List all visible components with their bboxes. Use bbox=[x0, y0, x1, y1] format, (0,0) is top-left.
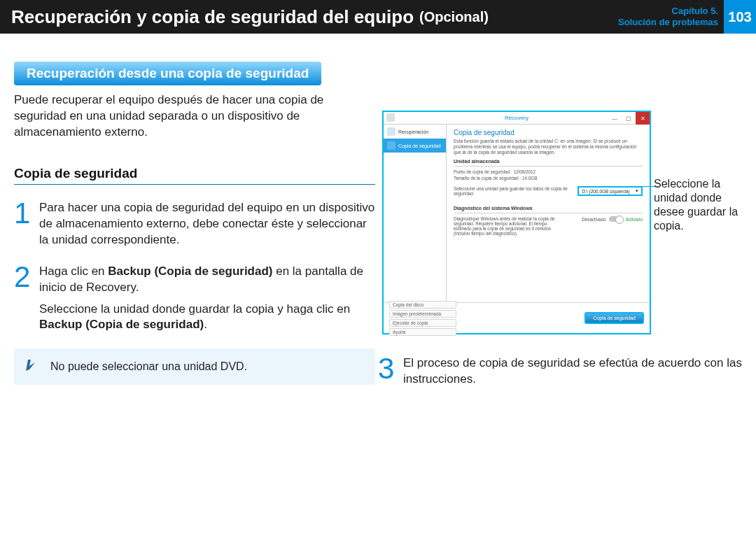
default-image-button[interactable]: Imagen predeterminada bbox=[389, 310, 456, 318]
step-number: 2 bbox=[14, 264, 39, 334]
page-header: Recuperación y copia de seguridad del eq… bbox=[0, 0, 756, 34]
app-body: Recuperación Copia de seguridad Copia de… bbox=[384, 125, 650, 304]
step-2-p2-bold: Backup (Copia de seguridad) bbox=[39, 318, 204, 331]
app-favicon bbox=[386, 113, 395, 122]
minimize-button[interactable]: — bbox=[608, 112, 622, 125]
intro-paragraph: Puede recuperar el equipo después de hac… bbox=[14, 92, 375, 141]
recovery-app-window: Recovery — ▢ ✕ Recuperación bbox=[382, 111, 651, 334]
left-column: Recuperación desde una copia de segurida… bbox=[11, 62, 375, 403]
step-1: 1 Para hacer una copia de seguridad del … bbox=[14, 200, 375, 248]
toggle-on-label: Activado bbox=[626, 217, 643, 222]
backup-size-line: Tamaño de la copia de seguridad : 14.0GB bbox=[454, 176, 643, 181]
diagnostic-section-title: Diagnóstico del sistema Windows bbox=[454, 206, 643, 211]
step-2-p2a: Seleccione la unidad donde guardar la co… bbox=[39, 302, 350, 316]
chapter-box: Capítulo 5. Solución de problemas bbox=[618, 6, 724, 27]
app-footer: Copia del disco Imagen predeterminada Ej… bbox=[384, 302, 650, 333]
sidebar-item-label: Copia de seguridad bbox=[398, 143, 441, 148]
note-box: No puede seleccionar una unidad DVD. bbox=[14, 348, 375, 385]
maximize-button[interactable]: ▢ bbox=[622, 112, 636, 125]
drive-select-row: Seleccione una unidad para guardar los d… bbox=[454, 185, 643, 197]
close-button[interactable]: ✕ bbox=[636, 112, 650, 125]
subsection-heading: Copia de seguridad bbox=[14, 166, 375, 185]
step-2: 2 Haga clic en Backup (Copia de segurida… bbox=[14, 264, 375, 334]
backup-icon bbox=[387, 141, 396, 150]
chapter-line-2: Solución de problemas bbox=[618, 17, 718, 28]
diagnostic-toggle[interactable]: Desactivado Activado bbox=[582, 216, 643, 222]
app-main-description: Esta función guarda el estado actual de … bbox=[454, 139, 643, 155]
step-1-text: Para hacer una copia de seguridad del eq… bbox=[39, 200, 375, 248]
recovery-icon bbox=[387, 127, 396, 136]
app-sidebar: Recuperación Copia de seguridad bbox=[384, 125, 447, 304]
chapter-line-1: Capítulo 5. bbox=[618, 6, 718, 17]
sidebar-item-label: Recuperación bbox=[398, 129, 428, 134]
chevron-down-icon: ▾ bbox=[636, 188, 638, 194]
callout-text: Seleccione la unidad donde desee guardar… bbox=[654, 177, 752, 233]
toggle-pill-icon bbox=[609, 216, 623, 222]
footer-left-buttons: Copia del disco Imagen predeterminada Ej… bbox=[389, 301, 456, 336]
app-title: Recovery bbox=[505, 115, 528, 121]
help-button[interactable]: Ayuda bbox=[389, 328, 456, 336]
app-main: Copia de seguridad Esta función guarda e… bbox=[447, 125, 650, 304]
step-number: 1 bbox=[14, 200, 39, 248]
storage-section-title: Unidad almacenada bbox=[454, 159, 643, 164]
sidebar-item-recovery[interactable]: Recuperación bbox=[384, 125, 446, 139]
note-icon bbox=[24, 357, 43, 376]
diagnostic-row: Diagnostique Windows antes de realizar l… bbox=[454, 216, 643, 236]
drive-select-value: D:\ (200.0GB izquierda) bbox=[582, 189, 629, 194]
select-drive-label: Seleccione una unidad para guardar los d… bbox=[454, 186, 578, 196]
note-text: No puede seleccionar una unidad DVD. bbox=[50, 360, 247, 373]
step-number: 3 bbox=[378, 355, 403, 388]
step-3-text: El proceso de copia de seguridad se efec… bbox=[403, 355, 756, 388]
page-title: Recuperación y copia de seguridad del eq… bbox=[11, 6, 414, 28]
divider bbox=[454, 166, 643, 167]
step-2-p1a: Haga clic en bbox=[39, 265, 108, 278]
app-main-title: Copia de seguridad bbox=[454, 129, 643, 136]
disk-copy-button[interactable]: Copia del disco bbox=[389, 301, 456, 309]
page-subtitle: (Opcional) bbox=[419, 9, 489, 25]
app-titlebar: Recovery — ▢ ✕ bbox=[384, 112, 650, 125]
diagnostic-text: Diagnostique Windows antes de realizar l… bbox=[454, 216, 559, 236]
window-buttons: — ▢ ✕ bbox=[608, 112, 650, 125]
drive-select[interactable]: D:\ (200.0GB izquierda) ▾ bbox=[578, 186, 643, 196]
step-2-text: Haga clic en Backup (Copia de seguridad)… bbox=[39, 264, 375, 334]
backup-point-line: Punto de copia de seguridad : 12/08/2012 bbox=[454, 169, 643, 174]
backup-button[interactable]: Copia de seguridad bbox=[584, 312, 644, 324]
right-column: Recovery — ▢ ✕ Recuperación bbox=[378, 62, 756, 403]
step-2-p1-bold: Backup (Copia de seguridad) bbox=[108, 265, 272, 278]
step-2-p2b: . bbox=[204, 318, 207, 331]
header-right: Capítulo 5. Solución de problemas 103 bbox=[618, 0, 756, 34]
screenshot-wrapper: Recovery — ▢ ✕ Recuperación bbox=[378, 111, 756, 334]
divider bbox=[454, 213, 643, 213]
step-3: 3 El proceso de copia de seguridad se ef… bbox=[378, 355, 756, 388]
section-heading: Recuperación desde una copia de segurida… bbox=[14, 62, 321, 85]
toggle-off-label: Desactivado bbox=[582, 217, 606, 222]
sidebar-item-backup[interactable]: Copia de seguridad bbox=[384, 139, 446, 153]
page-number: 103 bbox=[724, 0, 756, 34]
run-copy-button[interactable]: Ejecutar de copia bbox=[389, 319, 456, 327]
